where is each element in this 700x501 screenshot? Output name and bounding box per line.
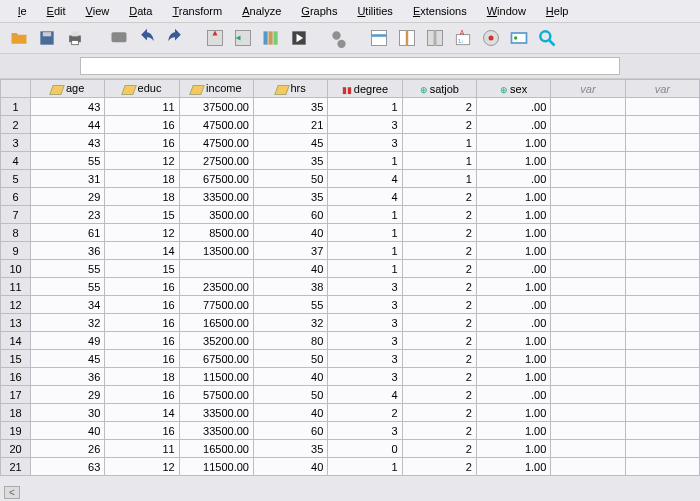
cell-income[interactable]: 16500.00 <box>179 440 253 458</box>
row-header[interactable]: 6 <box>1 188 31 206</box>
row-header[interactable]: 5 <box>1 170 31 188</box>
cell-sex[interactable]: 1.00 <box>476 368 550 386</box>
cell-sex[interactable]: 1.00 <box>476 134 550 152</box>
cell-empty[interactable] <box>625 296 699 314</box>
cell-hrs[interactable]: 50 <box>253 386 327 404</box>
cell-age[interactable]: 43 <box>31 134 105 152</box>
cell-educ[interactable]: 16 <box>105 422 179 440</box>
variables-icon[interactable] <box>260 27 282 49</box>
cell-satjob[interactable]: 2 <box>402 98 476 116</box>
cell-educ[interactable]: 18 <box>105 368 179 386</box>
cell-sex[interactable]: 1.00 <box>476 422 550 440</box>
row-header[interactable]: 13 <box>1 314 31 332</box>
cell-empty[interactable] <box>551 170 625 188</box>
goto-variable-icon[interactable] <box>232 27 254 49</box>
row-header[interactable]: 19 <box>1 422 31 440</box>
cell-income[interactable]: 11500.00 <box>179 368 253 386</box>
cell-empty[interactable] <box>551 98 625 116</box>
cell-hrs[interactable]: 40 <box>253 260 327 278</box>
cell-satjob[interactable]: 2 <box>402 224 476 242</box>
cell-satjob[interactable]: 1 <box>402 134 476 152</box>
cell-income[interactable]: 33500.00 <box>179 422 253 440</box>
cell-educ[interactable]: 16 <box>105 134 179 152</box>
cell-hrs[interactable]: 40 <box>253 224 327 242</box>
cell-empty[interactable] <box>551 278 625 296</box>
redo-icon[interactable] <box>164 27 186 49</box>
cell-satjob[interactable]: 2 <box>402 260 476 278</box>
cell-sex[interactable]: 1.00 <box>476 188 550 206</box>
cell-degree[interactable]: 4 <box>328 188 402 206</box>
cell-income[interactable]: 67500.00 <box>179 350 253 368</box>
cell-educ[interactable]: 18 <box>105 170 179 188</box>
column-header-income[interactable]: income <box>179 80 253 98</box>
cell-degree[interactable]: 1 <box>328 458 402 476</box>
cell-empty[interactable] <box>551 314 625 332</box>
row-header[interactable]: 21 <box>1 458 31 476</box>
cell-sex[interactable]: 1.00 <box>476 278 550 296</box>
cell-hrs[interactable]: 40 <box>253 458 327 476</box>
cell-income[interactable]: 16500.00 <box>179 314 253 332</box>
cell-degree[interactable]: 3 <box>328 116 402 134</box>
cell-age[interactable]: 55 <box>31 260 105 278</box>
cell-satjob[interactable]: 2 <box>402 422 476 440</box>
row-header[interactable]: 14 <box>1 332 31 350</box>
cell-degree[interactable]: 3 <box>328 350 402 368</box>
cell-satjob[interactable]: 2 <box>402 188 476 206</box>
recall-dialog-icon[interactable] <box>108 27 130 49</box>
cell-age[interactable]: 31 <box>31 170 105 188</box>
cell-empty[interactable] <box>625 206 699 224</box>
cell-satjob[interactable]: 2 <box>402 116 476 134</box>
cell-degree[interactable]: 1 <box>328 224 402 242</box>
cell-satjob[interactable]: 1 <box>402 170 476 188</box>
cell-degree[interactable]: 1 <box>328 242 402 260</box>
cell-educ[interactable]: 11 <box>105 440 179 458</box>
cell-hrs[interactable]: 32 <box>253 314 327 332</box>
cell-satjob[interactable]: 2 <box>402 278 476 296</box>
cell-degree[interactable]: 3 <box>328 134 402 152</box>
cell-satjob[interactable]: 2 <box>402 242 476 260</box>
cell-sex[interactable]: .00 <box>476 98 550 116</box>
cell-empty[interactable] <box>625 440 699 458</box>
cell-educ[interactable]: 11 <box>105 98 179 116</box>
cell-empty[interactable] <box>551 152 625 170</box>
cell-sex[interactable]: 1.00 <box>476 242 550 260</box>
cell-satjob[interactable]: 2 <box>402 440 476 458</box>
column-header-var[interactable]: var <box>551 80 625 98</box>
cell-hrs[interactable]: 35 <box>253 440 327 458</box>
cell-empty[interactable] <box>551 332 625 350</box>
cell-degree[interactable]: 3 <box>328 314 402 332</box>
data-grid[interactable]: ageeducincomehrs▮▮degree⊕satjob⊕sexvarva… <box>0 79 700 500</box>
cell-sex[interactable]: .00 <box>476 296 550 314</box>
row-header[interactable]: 16 <box>1 368 31 386</box>
cell-age[interactable]: 40 <box>31 422 105 440</box>
menu-analyze[interactable]: Analyze <box>232 2 291 20</box>
open-file-icon[interactable] <box>8 27 30 49</box>
cell-hrs[interactable]: 60 <box>253 422 327 440</box>
cell-income[interactable]: 13500.00 <box>179 242 253 260</box>
cell-empty[interactable] <box>551 368 625 386</box>
row-header[interactable]: 15 <box>1 350 31 368</box>
cell-age[interactable]: 63 <box>31 458 105 476</box>
row-header[interactable]: 4 <box>1 152 31 170</box>
cell-empty[interactable] <box>551 422 625 440</box>
cell-age[interactable]: 61 <box>31 224 105 242</box>
cell-satjob[interactable]: 1 <box>402 152 476 170</box>
cell-age[interactable]: 43 <box>31 98 105 116</box>
cell-empty[interactable] <box>625 368 699 386</box>
column-header-educ[interactable]: educ <box>105 80 179 98</box>
cell-income[interactable]: 33500.00 <box>179 188 253 206</box>
cell-sex[interactable]: 1.00 <box>476 224 550 242</box>
cell-empty[interactable] <box>551 458 625 476</box>
row-header[interactable]: 7 <box>1 206 31 224</box>
cell-educ[interactable]: 16 <box>105 278 179 296</box>
cell-empty[interactable] <box>625 188 699 206</box>
cell-educ[interactable]: 18 <box>105 188 179 206</box>
column-header-sex[interactable]: ⊕sex <box>476 80 550 98</box>
cell-income[interactable] <box>179 260 253 278</box>
search-icon[interactable] <box>536 27 558 49</box>
cell-hrs[interactable]: 40 <box>253 404 327 422</box>
cell-degree[interactable]: 3 <box>328 368 402 386</box>
cell-empty[interactable] <box>625 404 699 422</box>
undo-icon[interactable] <box>136 27 158 49</box>
cell-degree[interactable]: 3 <box>328 296 402 314</box>
